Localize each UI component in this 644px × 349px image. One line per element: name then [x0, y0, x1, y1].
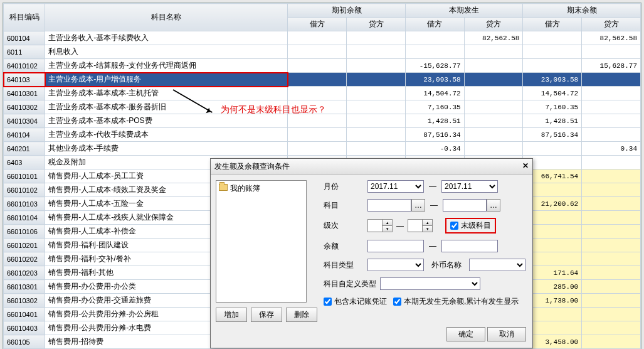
table-row[interactable]: 640104 主营业务成本-代收手续费成本87,516.3487,516.34 — [4, 128, 641, 142]
label-custom: 科目自定义类型 — [324, 279, 380, 289]
table-row[interactable]: 640103 主营业务成本-用户增值服务23,093.5823,093.58 — [4, 73, 641, 87]
level-from-stepper[interactable]: ▴▾ — [367, 219, 393, 232]
col-code[interactable]: 科目编码 — [4, 4, 45, 31]
col-period[interactable]: 本期发生 — [405, 4, 523, 18]
balance-from[interactable] — [367, 240, 424, 252]
custom-select[interactable] — [380, 277, 480, 290]
month-from[interactable]: 2017.11 — [367, 180, 424, 193]
col-period-debit[interactable]: 借方 — [405, 18, 464, 31]
table-row[interactable]: 64010301 主营业务成本-基本成本-主机托管14,504.7214,504… — [4, 87, 641, 100]
table-row[interactable]: 64010304 主营业务成本-基本成本-POS费1,428.511,428.5… — [4, 114, 641, 128]
col-end[interactable]: 期末余额 — [523, 4, 641, 18]
leaf-subject-checkbox[interactable] — [450, 222, 458, 230]
subject-from-lookup[interactable]: … — [411, 199, 425, 212]
col-name[interactable]: 科目名称 — [45, 4, 288, 31]
add-button[interactable]: 增加 — [216, 308, 247, 322]
folder-icon — [219, 184, 228, 191]
balance-to[interactable] — [441, 240, 498, 252]
col-begin-debit[interactable]: 借方 — [288, 18, 347, 31]
level-to-stepper[interactable]: ▴▾ — [408, 219, 433, 232]
show-nochange-checkbox[interactable] — [393, 298, 401, 306]
close-icon[interactable]: ✕ — [522, 161, 529, 172]
table-row[interactable]: 6011利息收入 — [4, 45, 641, 59]
save-button[interactable]: 保存 — [251, 308, 282, 322]
label-balance: 余额 — [324, 241, 367, 252]
subject-to[interactable] — [443, 199, 487, 212]
delete-button[interactable]: 删除 — [286, 308, 317, 322]
table-row[interactable]: 600104 主营业务收入-基本手续费收入82,562.5882,562.58 — [4, 31, 641, 45]
month-to[interactable]: 2017.11 — [441, 180, 498, 193]
table-row[interactable]: 64010302 主营业务成本-基本成本-服务器折旧7,160.357,160.… — [4, 100, 641, 114]
table-row[interactable]: 640201 其他业务成本-手续费-0.340.34 — [4, 142, 641, 156]
label-subject: 科目 — [324, 200, 367, 211]
dialog-title: 发生额及余额查询条件 — [214, 161, 290, 172]
query-dialog: 发生额及余额查询条件 ✕ 我的账簿 增加 保存 删除 月份 2017.11 — … — [210, 158, 533, 348]
col-begin-credit[interactable]: 贷方 — [347, 18, 406, 31]
col-period-credit[interactable]: 贷方 — [464, 18, 523, 31]
col-end-credit[interactable]: 贷方 — [582, 18, 641, 31]
ok-button[interactable]: 确定 — [446, 327, 485, 341]
label-month: 月份 — [324, 181, 367, 192]
leaf-subject-highlight: 末级科目 — [445, 218, 496, 234]
tree-panel[interactable]: 我的账簿 — [216, 180, 307, 303]
col-end-debit[interactable]: 借方 — [523, 18, 582, 31]
table-row[interactable]: 64010102 主营业务成本-结算服务-支付业务代理商返佣-15,628.77… — [4, 59, 641, 73]
subjtype-select[interactable] — [367, 259, 424, 271]
include-unposted-checkbox[interactable] — [324, 298, 332, 306]
label-include: 包含未记账凭证 — [334, 296, 387, 307]
tree-root[interactable]: 我的账簿 — [230, 184, 260, 193]
label-currency: 外币名称 — [431, 260, 469, 271]
label-nochange: 本期无发生无余额,累计有发生显示 — [404, 296, 519, 307]
label-leaf: 末级科目 — [461, 220, 491, 231]
label-level: 级次 — [324, 220, 367, 231]
cancel-button[interactable]: 取消 — [487, 327, 526, 341]
col-begin[interactable]: 期初余额 — [288, 4, 406, 18]
currency-select[interactable] — [469, 259, 525, 271]
subject-from[interactable] — [367, 199, 411, 212]
subject-to-lookup[interactable]: … — [487, 199, 500, 212]
label-subjtype: 科目类型 — [324, 260, 367, 271]
